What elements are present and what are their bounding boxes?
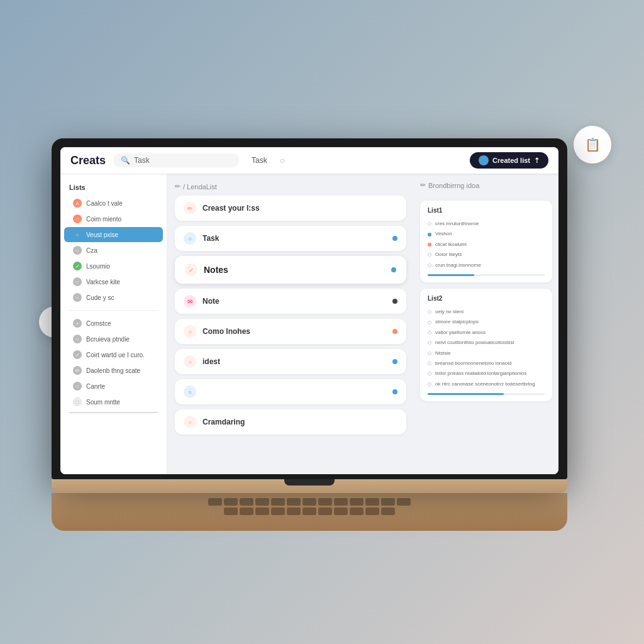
laptop-base [52, 479, 567, 493]
sidebar-item-1[interactable]: ○ Coim miento [64, 211, 163, 226]
bdot-4: ○ [73, 382, 82, 391]
card-title-7: Cramdaring [203, 418, 397, 426]
sidebar-item-2[interactable]: ○ Veust pxise [64, 227, 163, 242]
card-icon-4: ○ [184, 325, 196, 338]
key [350, 508, 364, 515]
badge-circle [479, 155, 489, 165]
panel-item-1-3: Ooior liteyts [428, 250, 545, 260]
progress-2 [428, 393, 545, 395]
sidebar-bottom-1[interactable]: ○ Bcruieva ptndie [64, 331, 163, 347]
blabel-3: Daolenb thng scate [86, 367, 140, 374]
sidebar-bottom-5[interactable]: □ Soum mntte [64, 394, 163, 409]
laptop-notch [284, 479, 335, 486]
card-badge-4 [392, 329, 397, 334]
laptop-screen: Creats 🔍 Task Task ○ Created list ⇡ [52, 138, 567, 479]
card-blank[interactable]: ○ [175, 379, 406, 404]
card-icon-0: ✏ [184, 202, 196, 214]
panel-item-1-2: clicat lkoaluml [428, 240, 545, 250]
app-title: Creats [70, 154, 106, 167]
dot-1: ○ [73, 214, 82, 223]
card-title-5: idest [203, 357, 386, 366]
key [397, 498, 411, 506]
sidebar-item-6[interactable]: ○ Cude y sc [64, 290, 163, 305]
dot-4: ✓ [73, 262, 82, 270]
laptop-wrapper: Creats 🔍 Task Task ○ Created list ⇡ [52, 138, 567, 531]
panel-item-2-7: ok ntrc canonase sceneonotrcr todesertbr… [428, 379, 545, 389]
pdot-2-5 [428, 362, 431, 365]
pdot-1-3 [428, 253, 431, 257]
panel-card-1: List1 cres mrutonthnoroe Veshon [420, 201, 552, 282]
bdot-3: ✏ [73, 366, 82, 375]
keyboard-row-2 [77, 508, 542, 515]
search-text: Task [134, 156, 150, 165]
card-cram[interactable]: ○ Cramdaring [175, 409, 406, 435]
card-task[interactable]: ○ Task [175, 226, 406, 251]
blabel-2: Coirt wartd ue I curo. [86, 352, 145, 358]
sidebar-item-0[interactable]: A Caalco t vale [64, 196, 163, 211]
dot-2: ○ [73, 230, 82, 239]
key [208, 498, 222, 506]
panel-item-2-0: oely no steni [428, 307, 545, 317]
bdot-0: + [73, 319, 82, 328]
sidebar-label-3: Cza [86, 247, 97, 254]
bdot-2: ✓ [73, 350, 82, 359]
panel-item-2-4: Ntstsie [428, 348, 545, 358]
dot-5: ○ [73, 277, 82, 286]
key [287, 498, 301, 506]
ptext-2-4: Ntstsie [435, 350, 450, 357]
sidebar: Lists A Caalco t vale ○ Coim miento ○ [60, 174, 167, 474]
card-badge-2 [391, 267, 396, 272]
float-bubble-right: 📋 [574, 126, 611, 164]
card-icon-5: ○ [184, 355, 196, 368]
rp-heading: ✏ Brondbirrng idoa [420, 181, 552, 189]
tab-task[interactable]: Task [247, 153, 272, 167]
card-como[interactable]: ○ Como lnohes [175, 319, 406, 344]
card-note[interactable]: ✉ Note [175, 289, 406, 314]
key [381, 498, 395, 506]
sidebar-bottom-0[interactable]: + Comstce [64, 316, 163, 331]
pencil-icon: ✏ [175, 182, 180, 191]
ptext-2-3: nelvt couttionthiio posioaiicoitoistiist [435, 340, 514, 346]
card-title-1: Task [203, 234, 386, 243]
panel-item-2-5: breansd boornnonenelono lonaold [428, 358, 545, 369]
blabel-4: Canrte [86, 383, 105, 390]
card-idest[interactable]: ○ idest [175, 349, 406, 374]
key [350, 498, 364, 506]
pdot-2-1 [428, 321, 431, 325]
badge-label: Created list [492, 157, 530, 164]
panel-item-1-1: Veshon [428, 229, 545, 239]
card-create[interactable]: ✏ Creast your l:ss [175, 196, 406, 221]
card-icon-7: ○ [184, 416, 196, 428]
sidebar-bottom-2[interactable]: ✓ Coirt wartd ue I curo. [64, 347, 163, 362]
wifi-icon: ⇡ [534, 157, 540, 165]
pdot-2-6 [428, 372, 431, 375]
ptext-2-2: vatlor yaeltornie anoss [435, 330, 486, 336]
key [334, 508, 348, 515]
panel-item-2-2: vatlor yaeltornie anoss [428, 328, 545, 338]
sidebar-item-3[interactable]: ○ Cza [64, 243, 163, 258]
main-layout: Lists A Caalco t vale ○ Coim miento ○ [60, 174, 558, 474]
ptext-2-1: stmore stalpicptops [435, 319, 479, 325]
app-container: Creats 🔍 Task Task ○ Created list ⇡ [60, 147, 558, 474]
card-notes[interactable]: ✓ Notes [175, 256, 406, 284]
panel-card-2-header: List2 [428, 295, 545, 302]
key [303, 508, 316, 515]
sidebar-item-5[interactable]: ○ Varkcse kite [64, 274, 163, 289]
key [365, 508, 379, 515]
progress-1 [428, 274, 545, 276]
sidebar-label-0: Caalco t vale [86, 200, 123, 207]
blabel-5: Soum mntte [86, 399, 120, 406]
laptop-keyboard [52, 493, 567, 531]
search-bar[interactable]: 🔍 Task [113, 153, 239, 167]
key [271, 508, 285, 515]
ptext-2-0: oely no steni [435, 309, 464, 315]
sidebar-bottom-4[interactable]: ○ Canrte [64, 379, 163, 394]
key [318, 508, 332, 515]
blabel-1: Bcruieva ptndie [86, 336, 130, 343]
sidebar-item-4[interactable]: ✓ Lsoumio [64, 258, 163, 274]
panel-item-1-4: crun tnagi.lnonnorne [428, 260, 545, 270]
sidebar-label-4: Lsoumio [86, 263, 110, 270]
sidebar-divider [69, 310, 158, 311]
sidebar-bottom-3[interactable]: ✏ Daolenb thng scate [64, 363, 163, 378]
pdot-2-3 [428, 341, 431, 345]
